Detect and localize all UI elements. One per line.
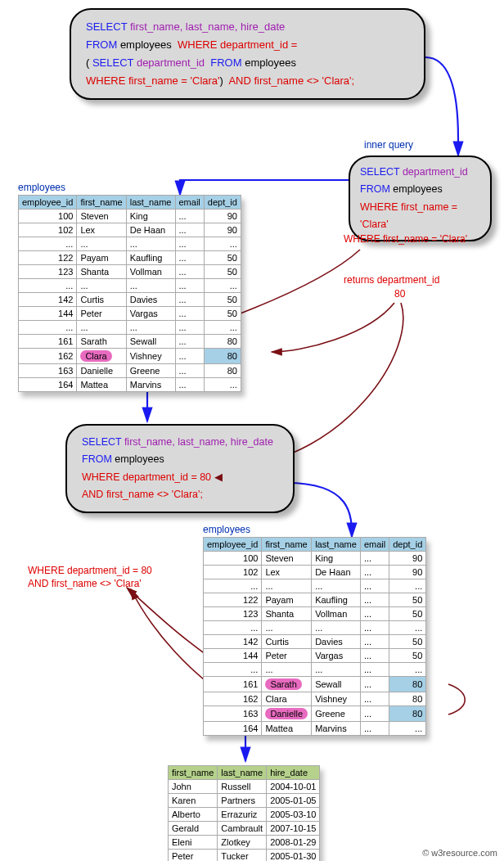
col-first-name: first_name — [169, 766, 218, 780]
table-row: 123ShantaVollman...50 — [204, 607, 426, 621]
sql-inner-box: SELECT department_id FROM employees WHER… — [349, 156, 492, 241]
table-row: 142CurtisDavies...50 — [19, 293, 241, 307]
sql-title-box: SELECT first_name, last_name, hire_date … — [70, 8, 425, 100]
title-neq: first_name <> 'Clara'; — [254, 74, 354, 87]
kw-from: FROM — [86, 38, 120, 51]
title-inner-table: employees — [245, 56, 296, 69]
table-row: 122PayamKaufling...50 — [19, 251, 241, 265]
outer-from: FROM — [82, 453, 115, 465]
outer-kw-where: WHERE — [82, 471, 123, 483]
table2-title: employees — [203, 524, 250, 535]
col-first-name: first_name — [262, 538, 312, 552]
title-dept-eq: department_id = — [220, 38, 297, 51]
result-table: first_namelast_namehire_dateJohnRussell2… — [168, 765, 320, 861]
kw-where: WHERE — [178, 38, 220, 51]
title-cols: first_name, last_name, hire_date — [130, 20, 285, 33]
arrow-left-icon: ◀ — [214, 471, 223, 483]
col-dept-id: dept_id — [389, 538, 426, 552]
table-row: ............... — [19, 279, 241, 293]
col-employee-id: employee_id — [204, 538, 262, 552]
col-email: email — [175, 196, 204, 210]
label-dept-value: 80 — [394, 288, 405, 300]
label-inner-query: inner query — [364, 139, 413, 151]
table1-title: employees — [18, 182, 65, 193]
kw-and: AND — [228, 74, 254, 87]
table-row: GeraldCambrault2007-10-15 — [169, 822, 320, 836]
table-row: 100StevenKing...90 — [19, 210, 241, 223]
col-last-name: last_name — [312, 538, 361, 552]
col-employee-id: employee_id — [19, 196, 77, 210]
outer-select: SELECT — [82, 436, 124, 448]
table-row: 100StevenKing...90 — [204, 552, 426, 566]
table-row: AlbertoErrazuriz2005-03-10 — [169, 808, 320, 822]
kw-select: SELECT — [86, 20, 130, 33]
employees-table-2: employee_idfirst_namelast_nameemaildept_… — [203, 537, 426, 736]
table-row: 161SarathSewall...80 — [19, 335, 241, 349]
col-dept-id: dept_id — [204, 196, 241, 210]
table-row: 161SarathSewall...80 — [204, 677, 426, 692]
credit-text: © w3resource.com — [422, 848, 497, 858]
table-row: 163DanielleGreene...80 — [19, 364, 241, 378]
outer-dept80: department_id = 80 — [123, 471, 211, 483]
table-row: ............... — [204, 663, 426, 677]
outer-neq: first_name <> 'Clara'; — [106, 489, 203, 500]
table-row: ............... — [204, 579, 426, 593]
sql-outer-box: SELECT first_name, last_name, hire_date … — [65, 424, 295, 513]
table-row: 164MatteaMarvins...... — [19, 378, 241, 392]
label-outer-filter-2: AND first_name <> 'Clara' — [28, 578, 142, 589]
table-row: 102LexDe Haan...90 — [19, 223, 241, 237]
table-row: ............... — [19, 321, 241, 335]
table-row: EleniZlotkey2008-01-29 — [169, 836, 320, 850]
outer-table: employees — [115, 453, 164, 465]
col-email: email — [360, 538, 389, 552]
table-row: 162ClaraVishney...80 — [204, 692, 426, 706]
table-row: 142CurtisDavies...50 — [204, 635, 426, 649]
table-row: 123ShantaVollman...50 — [19, 265, 241, 279]
label-returns-dept: returns department_id — [344, 274, 439, 286]
table-row: ............... — [19, 237, 241, 251]
table-row: 122PayamKaufling...50 — [204, 593, 426, 607]
col-hire-date: hire_date — [267, 766, 320, 780]
inner-select: SELECT — [360, 166, 403, 178]
label-outer-filter-1: WHERE department_id = 80 — [28, 565, 152, 576]
table-row: 162ClaraVishney...80 — [19, 349, 241, 364]
col-last-name: last_name — [126, 196, 175, 210]
inner-from: FROM — [360, 183, 393, 195]
inner-col: department_id — [403, 166, 468, 178]
table-row: 164MatteaMarvins...... — [204, 722, 426, 736]
inner-where: WHERE first_name = 'Clara' — [360, 201, 457, 230]
outer-kw-and: AND — [82, 489, 106, 500]
outer-cols: first_name, last_name, hire_date — [124, 436, 273, 448]
col-last-name: last_name — [218, 766, 267, 780]
table-row: 163DanielleGreene...80 — [204, 706, 426, 722]
kw-select-inner: SELECT — [92, 56, 137, 69]
title-inner-where: WHERE first_name = 'Clara' — [86, 74, 220, 87]
table-row: PeterTucker2005-01-30 — [169, 850, 320, 862]
label-clara-filter: WHERE first_name = 'Clara' — [344, 233, 467, 245]
inner-table: employees — [393, 183, 442, 195]
title-table: employees — [120, 38, 172, 51]
table-row: JohnRussell2004-10-01 — [169, 780, 320, 794]
table-row: ............... — [204, 621, 426, 635]
kw-from-inner: FROM — [210, 56, 245, 69]
table-row: 102LexDe Haan...90 — [204, 566, 426, 579]
title-inner-col: department_id — [137, 56, 205, 69]
table-row: 144PeterVargas...50 — [204, 649, 426, 663]
table-row: KarenPartners2005-01-05 — [169, 794, 320, 808]
table-row: 144PeterVargas...50 — [19, 307, 241, 321]
col-first-name: first_name — [77, 196, 126, 210]
employees-table-1: employee_idfirst_namelast_nameemaildept_… — [18, 195, 241, 392]
